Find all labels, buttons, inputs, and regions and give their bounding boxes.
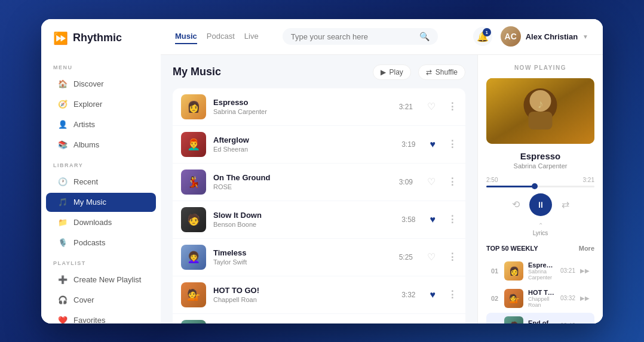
- header: Music Podcast Live 🔍 🔔 1 AC Alex Christi…: [161, 19, 603, 55]
- track-duration: 3:19: [401, 140, 415, 149]
- more-link[interactable]: More: [579, 245, 594, 252]
- sidebar-item-albums[interactable]: 📚 Albums: [46, 135, 156, 155]
- sidebar-item-mymusic[interactable]: 🎵 My Music: [46, 193, 156, 212]
- user-name: Alex Christian: [526, 32, 578, 41]
- top50-play-button[interactable]: ▶▶: [580, 295, 590, 301]
- logo-text: Rhythmic: [73, 32, 122, 44]
- more-options-button[interactable]: ⋮: [447, 176, 457, 187]
- more-options-button[interactable]: ⋮: [447, 101, 457, 112]
- sidebar-item-artists-label: Artists: [73, 120, 95, 129]
- music-list-panel: My Music ▶ Play ⇄ Shuffle: [161, 55, 477, 323]
- track-duration: 3:32: [401, 291, 415, 299]
- top50-label: TOP 50 WEEKLY More: [486, 245, 594, 252]
- track-item[interactable]: 👩‍🦱 Timeless Taylor Swift 5:25 ♡ ⋮: [173, 239, 465, 276]
- more-options-button[interactable]: ⋮: [447, 138, 457, 150]
- lyrics-button[interactable]: ⌃ Lyrics: [486, 222, 594, 236]
- sidebar-item-cover-label: Cover: [73, 295, 94, 304]
- more-options-button[interactable]: ⋮: [447, 214, 457, 225]
- header-right: 🔔 1 AC Alex Christian ▼: [473, 26, 588, 47]
- section-title: My Music: [173, 66, 221, 78]
- tab-podcast[interactable]: Podcast: [207, 29, 235, 44]
- track-thumbnail: 💁: [181, 282, 206, 307]
- sidebar-item-favorites[interactable]: ❤️ Favorites: [46, 311, 156, 323]
- np-track-name: Espresso: [486, 151, 594, 161]
- track-thumbnail: 👩‍🦱: [181, 245, 206, 270]
- track-artist: ROSE: [213, 183, 392, 190]
- like-button[interactable]: ♥: [430, 139, 436, 150]
- search-input[interactable]: [291, 32, 415, 41]
- track-item[interactable]: 👨‍🦰 Afterglow Ed Sheeran 3:19 ♥ ⋮: [173, 126, 465, 164]
- more-options-button[interactable]: ⋮: [447, 289, 457, 300]
- track-item[interactable]: 🧑 Slow It Down Benson Boone 3:58 ♥ ⋮: [173, 201, 465, 239]
- track-item[interactable]: 👩 Espresso Sabrina Carpenter 3:21 ♡ ⋮: [173, 88, 465, 126]
- like-button[interactable]: ♥: [430, 214, 436, 225]
- track-artist: Benson Boone: [213, 221, 394, 228]
- sidebar-item-create-playlist-label: Create New Playlist: [73, 275, 141, 284]
- progress-track[interactable]: [486, 186, 594, 187]
- shuffle-button[interactable]: ⇄ Shuffle: [418, 64, 465, 80]
- more-options-button[interactable]: ⋮: [447, 251, 457, 263]
- library-label: LIBRARY: [41, 155, 161, 172]
- track-thumbnail: 👨‍🦰: [181, 132, 206, 157]
- top50-item[interactable]: 02 💁 HOT TO GO! Chappell Roan 03:32 ▶▶: [486, 285, 594, 312]
- like-button[interactable]: ♡: [427, 176, 436, 187]
- favorites-icon: ❤️: [58, 316, 68, 323]
- track-duration: 3:09: [399, 178, 413, 186]
- track-name: Slow It Down: [213, 211, 394, 220]
- top50-num: 01: [491, 267, 499, 275]
- sidebar-item-favorites-label: Favorites: [73, 316, 105, 323]
- track-item[interactable]: 💃 On The Ground ROSE 3:09 ♡ ⋮: [173, 164, 465, 201]
- tab-live[interactable]: Live: [244, 29, 259, 44]
- logo: ⏩ Rhythmic: [41, 31, 161, 57]
- track-info: Afterglow Ed Sheeran: [213, 135, 394, 153]
- chevron-down-icon: ▼: [582, 33, 588, 40]
- tab-music[interactable]: Music: [175, 29, 197, 44]
- top50-item[interactable]: 03 🧑‍🎤 End of Beginning Joe Keery 02:42 …: [486, 313, 594, 323]
- sidebar-item-podcasts[interactable]: 🎙️ Podcasts: [46, 233, 156, 252]
- progress-bar-container[interactable]: 2:50 3:21: [486, 177, 594, 187]
- like-button[interactable]: ♡: [427, 101, 436, 112]
- top50-play-button[interactable]: ▶▶: [580, 322, 590, 323]
- like-button[interactable]: ♥: [430, 289, 436, 300]
- chevron-up-icon: ⌃: [538, 222, 543, 229]
- sidebar-item-podcasts-label: Podcasts: [73, 238, 105, 247]
- top50-item[interactable]: 01 👩 Espresso Sabrina Carpenter 03:21 ▶▶: [486, 258, 594, 284]
- play-button[interactable]: ▶ Play: [373, 64, 411, 80]
- notification-badge: 1: [483, 28, 491, 36]
- sidebar-item-discover[interactable]: 🏠 Discover: [46, 75, 156, 94]
- notification-button[interactable]: 🔔 1: [473, 27, 492, 46]
- track-info: HOT TO GO! Chappell Roan: [213, 286, 394, 303]
- top50-duration: 03:21: [560, 267, 575, 274]
- track-thumbnail: 👩: [181, 94, 206, 119]
- track-duration: 5:25: [399, 253, 413, 261]
- content-area: My Music ▶ Play ⇄ Shuffle: [161, 55, 603, 323]
- avatar-initial: AC: [505, 32, 517, 41]
- shuffle-label: Shuffle: [436, 68, 458, 76]
- artwork-inner: ♪: [486, 78, 594, 144]
- sidebar-item-cover[interactable]: 🎧 Cover: [46, 291, 156, 310]
- sidebar-item-downloads[interactable]: 📁 Downloads: [46, 213, 156, 232]
- track-list: 👩 Espresso Sabrina Carpenter 3:21 ♡ ⋮ 👨‍…: [173, 88, 465, 323]
- top50-num: 03: [491, 322, 499, 323]
- track-name: On The Ground: [213, 173, 392, 182]
- sidebar-item-recent[interactable]: 🕐 Recent: [46, 172, 156, 192]
- track-artist: Taylor Swift: [213, 258, 392, 266]
- user-profile[interactable]: AC Alex Christian ▼: [501, 26, 588, 47]
- top50-track-name: End of Beginning: [528, 319, 556, 323]
- sidebar-item-explorer[interactable]: 🧭 Explorer: [46, 95, 156, 114]
- track-item[interactable]: 💁 HOT TO GO! Chappell Roan 3:32 ♥ ⋮: [173, 276, 465, 314]
- repeat-button[interactable]: ⟲: [512, 199, 520, 210]
- track-artist: Sabrina Carpenter: [213, 108, 392, 115]
- recent-icon: 🕐: [58, 177, 68, 187]
- sidebar-item-create-playlist[interactable]: ➕ Create New Playlist: [46, 270, 156, 289]
- track-info: On The Ground ROSE: [213, 173, 392, 190]
- top50-play-button[interactable]: ▶▶: [580, 267, 590, 274]
- track-item[interactable]: 🧑‍🎤 End of Beginning Joe Keery 2:42 ♥ ⋮: [173, 314, 465, 323]
- sidebar-item-artists[interactable]: 👤 Artists: [46, 115, 156, 134]
- sidebar-item-recent-label: Recent: [73, 177, 98, 186]
- search-bar[interactable]: 🔍: [283, 28, 438, 45]
- pause-button[interactable]: ⏸: [529, 193, 552, 216]
- top50-num: 02: [491, 295, 499, 302]
- shuffle-player-button[interactable]: ⇄: [562, 199, 569, 210]
- like-button[interactable]: ♡: [427, 251, 436, 263]
